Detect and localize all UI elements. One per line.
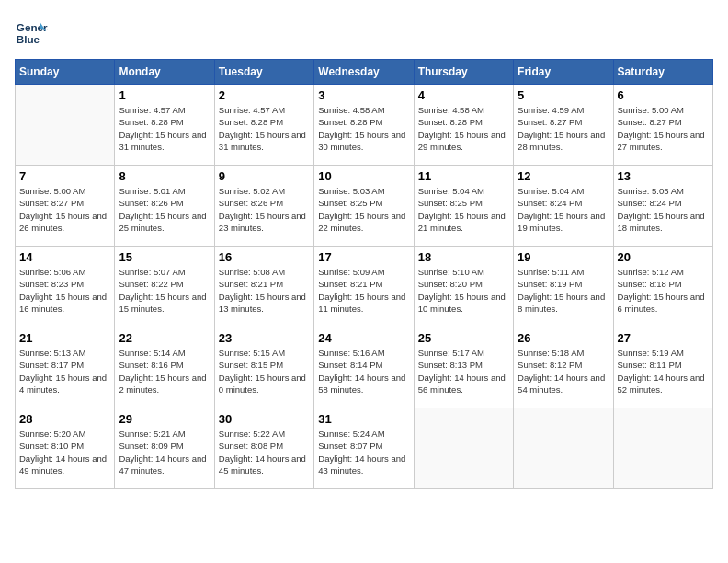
sunset-text: Sunset: 8:27 PM	[19, 197, 110, 209]
sunrise-text: Sunrise: 5:02 AM	[219, 185, 310, 197]
daylight-text: Daylight: 15 hours and 6 minutes.	[618, 291, 709, 316]
header-wednesday: Wednesday	[314, 60, 414, 85]
daylight-text: Daylight: 15 hours and 16 minutes.	[19, 291, 110, 316]
day-info: Sunrise: 5:18 AMSunset: 8:12 PMDaylight:…	[518, 347, 609, 396]
day-cell	[514, 408, 613, 489]
sunset-text: Sunset: 8:27 PM	[618, 116, 709, 128]
day-cell: 17Sunrise: 5:09 AMSunset: 8:21 PMDayligh…	[314, 247, 414, 327]
sunset-text: Sunset: 8:19 PM	[518, 278, 609, 290]
daylight-text: Daylight: 15 hours and 25 minutes.	[119, 210, 210, 235]
daylight-text: Daylight: 15 hours and 18 minutes.	[618, 210, 709, 235]
day-info: Sunrise: 5:05 AMSunset: 8:24 PMDaylight:…	[618, 185, 709, 234]
sunset-text: Sunset: 8:25 PM	[318, 197, 409, 209]
sunset-text: Sunset: 8:21 PM	[318, 278, 409, 290]
day-info: Sunrise: 5:04 AMSunset: 8:25 PMDaylight:…	[418, 185, 509, 234]
day-number: 25	[418, 331, 509, 345]
sunrise-text: Sunrise: 5:11 AM	[518, 266, 609, 278]
svg-text:Blue: Blue	[17, 33, 40, 45]
logo-icon: General Blue	[15, 15, 48, 48]
day-number: 17	[318, 250, 409, 264]
sunrise-text: Sunrise: 5:24 AM	[318, 428, 409, 440]
daylight-text: Daylight: 15 hours and 15 minutes.	[119, 291, 210, 316]
sunset-text: Sunset: 8:22 PM	[119, 278, 210, 290]
day-info: Sunrise: 5:22 AMSunset: 8:08 PMDaylight:…	[219, 428, 310, 477]
day-cell: 27Sunrise: 5:19 AMSunset: 8:11 PMDayligh…	[613, 327, 712, 408]
sunrise-text: Sunrise: 4:58 AM	[418, 104, 509, 116]
daylight-text: Daylight: 15 hours and 29 minutes.	[418, 129, 509, 154]
day-number: 2	[219, 88, 310, 102]
day-number: 7	[19, 169, 110, 183]
day-cell: 31Sunrise: 5:24 AMSunset: 8:07 PMDayligh…	[314, 408, 414, 489]
day-number: 11	[418, 169, 509, 183]
sunset-text: Sunset: 8:11 PM	[618, 359, 709, 371]
day-cell: 16Sunrise: 5:08 AMSunset: 8:21 PMDayligh…	[214, 247, 313, 327]
day-cell: 14Sunrise: 5:06 AMSunset: 8:23 PMDayligh…	[16, 247, 115, 327]
day-cell: 1Sunrise: 4:57 AMSunset: 8:28 PMDaylight…	[115, 85, 214, 166]
day-info: Sunrise: 5:14 AMSunset: 8:16 PMDaylight:…	[119, 347, 210, 396]
sunset-text: Sunset: 8:24 PM	[518, 197, 609, 209]
sunset-text: Sunset: 8:17 PM	[19, 359, 110, 371]
sunrise-text: Sunrise: 5:20 AM	[19, 428, 110, 440]
sunset-text: Sunset: 8:20 PM	[418, 278, 509, 290]
day-info: Sunrise: 5:12 AMSunset: 8:18 PMDaylight:…	[618, 266, 709, 315]
day-cell: 6Sunrise: 5:00 AMSunset: 8:27 PMDaylight…	[613, 85, 712, 166]
sunset-text: Sunset: 8:28 PM	[119, 116, 210, 128]
day-info: Sunrise: 5:06 AMSunset: 8:23 PMDaylight:…	[19, 266, 110, 315]
daylight-text: Daylight: 15 hours and 10 minutes.	[418, 291, 509, 316]
sunset-text: Sunset: 8:26 PM	[119, 197, 210, 209]
sunset-text: Sunset: 8:28 PM	[318, 116, 409, 128]
header-sunday: Sunday	[16, 60, 115, 85]
daylight-text: Daylight: 15 hours and 8 minutes.	[518, 291, 609, 316]
day-cell: 13Sunrise: 5:05 AMSunset: 8:24 PMDayligh…	[613, 166, 712, 247]
day-cell: 22Sunrise: 5:14 AMSunset: 8:16 PMDayligh…	[115, 327, 214, 408]
daylight-text: Daylight: 15 hours and 30 minutes.	[318, 129, 409, 154]
day-cell: 4Sunrise: 4:58 AMSunset: 8:28 PMDaylight…	[414, 85, 513, 166]
day-number: 9	[219, 169, 310, 183]
daylight-text: Daylight: 14 hours and 56 minutes.	[418, 372, 509, 396]
sunrise-text: Sunrise: 5:03 AM	[318, 185, 409, 197]
header-saturday: Saturday	[613, 60, 712, 85]
day-info: Sunrise: 5:00 AMSunset: 8:27 PMDaylight:…	[19, 185, 110, 234]
day-info: Sunrise: 5:04 AMSunset: 8:24 PMDaylight:…	[518, 185, 609, 234]
day-info: Sunrise: 4:57 AMSunset: 8:28 PMDaylight:…	[119, 104, 210, 153]
day-number: 8	[119, 169, 210, 183]
day-info: Sunrise: 5:09 AMSunset: 8:21 PMDaylight:…	[318, 266, 409, 315]
week-row-2: 7Sunrise: 5:00 AMSunset: 8:27 PMDaylight…	[16, 166, 713, 247]
sunrise-text: Sunrise: 5:12 AM	[618, 266, 709, 278]
day-info: Sunrise: 4:58 AMSunset: 8:28 PMDaylight:…	[318, 104, 409, 153]
sunrise-text: Sunrise: 5:09 AM	[318, 266, 409, 278]
day-number: 4	[418, 88, 509, 102]
day-info: Sunrise: 4:58 AMSunset: 8:28 PMDaylight:…	[418, 104, 509, 153]
day-info: Sunrise: 5:02 AMSunset: 8:26 PMDaylight:…	[219, 185, 310, 234]
day-info: Sunrise: 5:16 AMSunset: 8:14 PMDaylight:…	[318, 347, 409, 396]
daylight-text: Daylight: 15 hours and 4 minutes.	[19, 372, 110, 396]
day-info: Sunrise: 5:08 AMSunset: 8:21 PMDaylight:…	[219, 266, 310, 315]
sunset-text: Sunset: 8:13 PM	[418, 359, 509, 371]
day-cell: 15Sunrise: 5:07 AMSunset: 8:22 PMDayligh…	[115, 247, 214, 327]
sunset-text: Sunset: 8:15 PM	[219, 359, 310, 371]
sunrise-text: Sunrise: 5:07 AM	[119, 266, 210, 278]
daylight-text: Daylight: 15 hours and 0 minutes.	[219, 372, 310, 396]
sunrise-text: Sunrise: 5:16 AM	[318, 347, 409, 359]
day-number: 22	[119, 331, 210, 345]
day-cell: 7Sunrise: 5:00 AMSunset: 8:27 PMDaylight…	[16, 166, 115, 247]
sunset-text: Sunset: 8:28 PM	[418, 116, 509, 128]
day-cell: 5Sunrise: 4:59 AMSunset: 8:27 PMDaylight…	[514, 85, 613, 166]
week-row-1: 1Sunrise: 4:57 AMSunset: 8:28 PMDaylight…	[16, 85, 713, 166]
sunrise-text: Sunrise: 5:00 AM	[19, 185, 110, 197]
sunset-text: Sunset: 8:09 PM	[119, 440, 210, 452]
page-header: General Blue	[15, 15, 713, 48]
sunrise-text: Sunrise: 5:06 AM	[19, 266, 110, 278]
sunset-text: Sunset: 8:10 PM	[19, 440, 110, 452]
day-number: 30	[219, 412, 310, 426]
sunset-text: Sunset: 8:21 PM	[219, 278, 310, 290]
daylight-text: Daylight: 15 hours and 21 minutes.	[418, 210, 509, 235]
sunrise-text: Sunrise: 5:18 AM	[518, 347, 609, 359]
week-row-4: 21Sunrise: 5:13 AMSunset: 8:17 PMDayligh…	[16, 327, 713, 408]
day-info: Sunrise: 5:11 AMSunset: 8:19 PMDaylight:…	[518, 266, 609, 315]
day-number: 19	[518, 250, 609, 264]
day-info: Sunrise: 4:59 AMSunset: 8:27 PMDaylight:…	[518, 104, 609, 153]
day-number: 1	[119, 88, 210, 102]
day-number: 12	[518, 169, 609, 183]
day-number: 15	[119, 250, 210, 264]
